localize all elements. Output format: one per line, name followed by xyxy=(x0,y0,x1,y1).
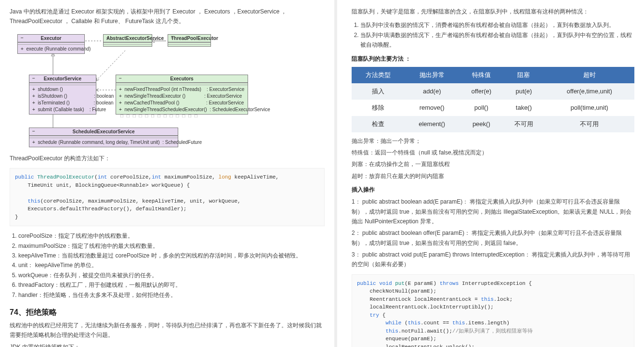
uml-abstract-title: AbstractExecutorService xyxy=(106,36,164,41)
uml-executors-title: Executors xyxy=(170,76,193,81)
td: poll(time,unit) xyxy=(544,100,634,116)
insert-heading: 插入操作 xyxy=(352,186,634,194)
td: remove() xyxy=(404,100,460,116)
uml-abstract: −AbstractExecutorService xyxy=(103,34,152,47)
block-list: 当队列中没有数据的情况下，消费者端的所有线程都会被自动阻塞（挂起），直到有数据放… xyxy=(360,20,634,50)
uml-tpe-title: ThreadPoolExecutor xyxy=(171,36,218,41)
block-intro: 阻塞队列，关键字是阻塞，先理解阻塞的含义，在阻塞队列中，线程阻塞有这样的两种情况… xyxy=(352,7,634,16)
uml-diagram: −Executor + execute (Runnable command) −… xyxy=(10,32,250,148)
ins-p: 1： public abstract boolean add(E paramE)… xyxy=(352,197,634,226)
uml-execsvc-title: ExecutorService xyxy=(44,76,81,81)
uml-executor-title: Executor xyxy=(41,36,62,41)
td: 插入 xyxy=(352,83,404,100)
intro-text: Java 中的线程池是通过 Executor 框架实现的，该框架中用到了 Exe… xyxy=(10,7,325,26)
note: 超时：放弃前只在最大的时间内阻塞 xyxy=(352,171,634,181)
right-column: 阻塞队列，关键字是阻塞，先理解阻塞的含义，在阻塞队列中，线程阻塞有这样的两种情况… xyxy=(337,0,644,347)
td: offer(e) xyxy=(460,83,503,100)
td: 不可用 xyxy=(503,116,545,132)
ins-p: 3： public abstract void put(E paramE) th… xyxy=(352,250,634,270)
note: 特殊值：返回一个特殊值（null 或 false,视情况而定） xyxy=(352,148,634,157)
table-row: 插入 add(e) offer(e) put(e) offer(e,time,u… xyxy=(352,83,634,100)
param-list: corePoolSize：指定了线程池中的线程数量。 maximumPoolSi… xyxy=(18,231,325,300)
td: 移除 xyxy=(352,100,404,116)
list-item: 当队列中没有数据的情况下，消费者端的所有线程都会被自动阻塞（挂起），直到有数据放… xyxy=(360,20,634,30)
reject-para2: JDK 内置的拒绝策略如下： xyxy=(10,342,325,347)
th: 特殊值 xyxy=(460,67,503,83)
uml-sched-body: + schedule (Runnable command, long delay… xyxy=(29,138,178,147)
td: offer(e,time,unit) xyxy=(544,83,634,100)
note: 抛出异常：抛出一个异常； xyxy=(352,136,634,146)
td: take() xyxy=(503,100,545,116)
td: 不可用 xyxy=(544,116,634,132)
list-item: workQueue：任务队列，被提交但尚未被执行的任务。 xyxy=(18,270,325,280)
td: element() xyxy=(404,116,460,132)
uml-execsvc-body: + shutdown () + isShutdown () : boolean … xyxy=(29,85,96,114)
th: 方法类型 xyxy=(352,67,404,83)
td: put(e) xyxy=(503,83,545,100)
left-column: Java 中的线程池是通过 Executor 框架实现的，该框架中用到了 Exe… xyxy=(0,0,337,347)
table-row: 移除 remove() poll() take() poll(time,unit… xyxy=(352,100,634,116)
ctor-intro: ThreadPoolExecutor 的构造方法如下： xyxy=(10,154,325,163)
list-item: keepAliveTime：当前线程池数量超过 corePoolSize 时，多… xyxy=(18,251,325,260)
note: 则塞：在成功操作之前，一直阻塞线程 xyxy=(352,159,634,169)
uml-dots: □ □ □ □ □ □ □ □ □ □ □ □ □ xyxy=(120,113,198,118)
reject-para: 线程池中的线程已经用完了，无法继续为新任务服务，同时，等待队列也已经排满了，再也… xyxy=(10,321,325,340)
th: 抛出异常 xyxy=(404,67,460,83)
table-title: 阻塞队列的主要方法 ： xyxy=(352,55,634,63)
list-item: handler：拒绝策略，当任务太多来不及处理，如何拒绝任务。 xyxy=(18,290,325,300)
blocking-queue-table: 方法类型 抛出异常 特殊值 阻塞 超时 插入 add(e) offer(e) p… xyxy=(352,67,634,132)
uml-executors-body: + newFixedThreadPool (int nThreads) : Ex… xyxy=(116,85,248,114)
uml-tpe: −ThreadPoolExecutor xyxy=(168,34,211,47)
ins-p: 2： public abstract boolean offer(E param… xyxy=(352,228,634,248)
ctor-code: public ThreadPoolExecutor(int corePoolSi… xyxy=(10,168,325,226)
put-code: public void put(E paramE) throws Interru… xyxy=(352,274,634,347)
list-item: unit： keepAliveTime 的单位。 xyxy=(18,260,325,270)
list-item: corePoolSize：指定了线程池中的线程数量。 xyxy=(18,231,325,241)
td: 检查 xyxy=(352,116,404,132)
td: poll() xyxy=(460,100,503,116)
uml-scheduled: −ScheduledExecutorService + schedule (Ru… xyxy=(29,128,178,147)
uml-executorservice: −ExecutorService + shutdown () + isShutd… xyxy=(29,75,96,115)
td: peek() xyxy=(460,116,503,132)
uml-sched-title: ScheduledExecutorService xyxy=(73,129,135,134)
list-item: 当队列中填满数据的情况下，生产者端的所有线程都会被自动阻塞（挂起），直到队列中有… xyxy=(360,30,634,50)
uml-executor: −Executor + execute (Runnable command) xyxy=(17,34,85,54)
th: 阻塞 xyxy=(503,67,545,83)
table-row: 检查 element() peek() 不可用 不可用 xyxy=(352,116,634,132)
td: add(e) xyxy=(404,83,460,100)
uml-executor-body: + execute (Runnable command) xyxy=(18,44,84,53)
list-item: threadFactory：线程工厂，用于创建线程，一般用默认的即可。 xyxy=(18,280,325,290)
th: 超时 xyxy=(544,67,634,83)
uml-executors: −Executors + newFixedThreadPool (int nTh… xyxy=(116,75,248,115)
reject-heading: 74、拒绝策略 xyxy=(10,308,325,318)
list-item: maximumPoolSize：指定了线程池中的最大线程数量。 xyxy=(18,241,325,251)
